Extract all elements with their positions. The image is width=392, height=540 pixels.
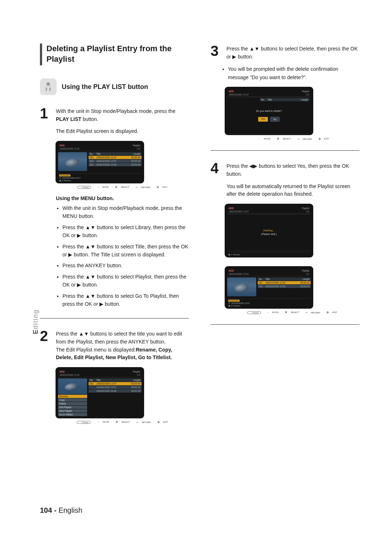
step-number: 2 [40, 329, 51, 362]
hdd-icon: ⊕ ᚼᚼ [40, 78, 57, 95]
step-body: Press the ◀▶ buttons to select Yes, then… [226, 161, 359, 178]
step-3-bullets: You will be prompted with the delete con… [221, 65, 359, 81]
divider [40, 318, 189, 318]
divider [211, 150, 359, 151]
step-body: Press the ▲▼ buttons to select Delete, t… [226, 44, 359, 61]
step-1-note: The Edit Playlist screen is displayed. [56, 127, 189, 135]
heading-bar [40, 44, 42, 65]
osd-screenshot-3: HDD Playlist JAN/02/2006 13:47 1/3 No. T… [225, 87, 359, 140]
osd-screenshot-1: HDD Playlist JAN/02/2006 13:47 1/3 No. T… [56, 141, 189, 189]
menu-steps-list: With the unit in Stop mode/Playback mode… [56, 204, 189, 308]
osd-screenshot-5: HDD Playlist JAN/19/2006 13:51 1/2 No. T… [225, 267, 359, 314]
step-1: 1 With the unit in Stop mode/Playback mo… [40, 106, 189, 123]
subsection-title: Using the PLAY LIST button [62, 83, 148, 91]
side-tab-label: Editing [32, 309, 40, 334]
step-4-note: You will be automatically returned to th… [226, 183, 359, 198]
section-title-text: Deleting a Playlist Entry from the Playl… [46, 44, 189, 64]
step-4: 4 Press the ◀▶ buttons to select Yes, th… [211, 161, 359, 178]
step-body: With the unit in Stop mode/Playback mode… [56, 106, 189, 123]
section-heading: Deleting a Playlist Entry from the Playl… [40, 44, 189, 65]
menu-subhead: Using the MENU button. [56, 195, 189, 201]
step-number: 1 [40, 106, 51, 123]
dialog-no-button[interactable]: No [270, 117, 279, 122]
step-3: 3 Press the ▲▼ buttons to select Delete,… [211, 44, 359, 61]
thumbnail-dolphin [227, 277, 256, 296]
step-body: Press the ▲▼ buttons to select the title… [56, 329, 189, 362]
osd-screenshot-2: HDD Playlist JAN/02/2006 13:47 1/3 Renam… [56, 368, 189, 424]
step-number: 4 [211, 161, 221, 178]
osd-screenshot-4: HDD Playlist JAN/19/2006 13:47 1/3 Delet… [225, 204, 359, 257]
thumbnail-dolphin [58, 152, 87, 171]
subsection-row: ⊕ ᚼᚼ Using the PLAY LIST button [40, 78, 189, 95]
step-2: 2 Press the ▲▼ buttons to select the tit… [40, 329, 189, 362]
divider [211, 324, 359, 325]
dialog-yes-button[interactable]: Yes [258, 117, 268, 122]
page-number: 104 - English [40, 506, 82, 515]
step-number: 3 [211, 44, 221, 61]
thumbnail-dolphin [58, 378, 87, 394]
